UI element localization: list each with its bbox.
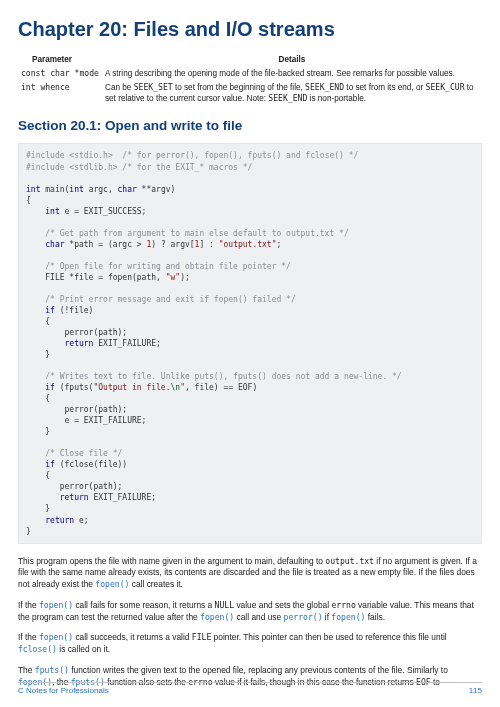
param-name: const char *mode bbox=[18, 66, 102, 80]
param-header: Parameter bbox=[18, 53, 102, 66]
table-row: int whence Can be SEEK_SET to set from t… bbox=[18, 80, 482, 105]
details-header: Details bbox=[102, 53, 482, 66]
paragraph: If the fopen() call succeeds, it returns… bbox=[18, 632, 482, 656]
chapter-title: Chapter 20: Files and I/O streams bbox=[18, 16, 482, 43]
parameter-table: Parameter Details const char *mode A str… bbox=[18, 53, 482, 105]
section-title: Section 20.1: Open and write to file bbox=[18, 117, 482, 135]
paragraph: This program opens the file with name gi… bbox=[18, 556, 482, 591]
paragraph: If the fopen() call fails for some reaso… bbox=[18, 600, 482, 624]
param-name: int whence bbox=[18, 80, 102, 105]
param-details: A string describing the opening mode of … bbox=[102, 66, 482, 80]
table-row: const char *mode A string describing the… bbox=[18, 66, 482, 80]
footer-title: C Notes for Professionals bbox=[18, 686, 109, 697]
param-details: Can be SEEK_SET to set from the beginnin… bbox=[102, 80, 482, 105]
page-footer: C Notes for Professionals 115 bbox=[18, 682, 482, 697]
code-block: #include <stdio.h> /* for perror(), fope… bbox=[18, 143, 482, 543]
page-number: 115 bbox=[469, 686, 482, 697]
